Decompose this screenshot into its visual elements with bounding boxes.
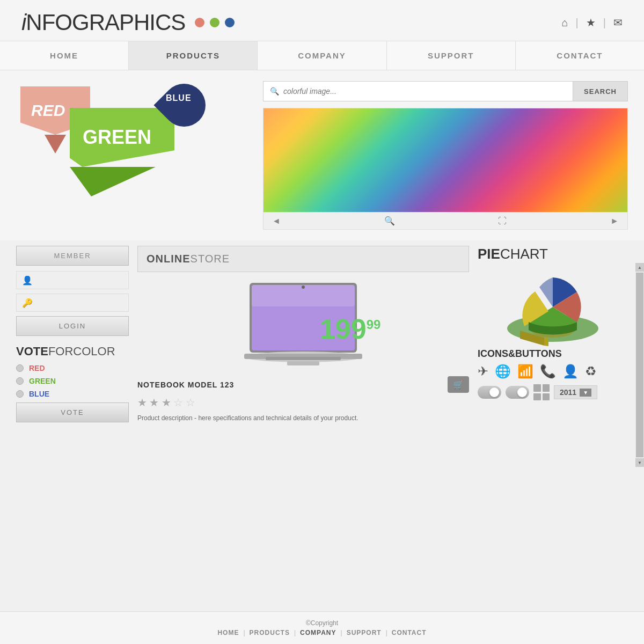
banners-area: RED GREEN BLUE xyxy=(16,81,252,221)
chart-word: CHART xyxy=(500,246,548,262)
member-button[interactable]: MEMBER xyxy=(16,246,129,266)
navigation: HOME PRODUCTS COMPANY SUPPORT CONTACT xyxy=(0,41,644,70)
blue-banner-label: BLUE xyxy=(166,93,192,103)
nav-item-support[interactable]: SUPPORT xyxy=(387,41,516,70)
scroll-down-button[interactable]: ▼ xyxy=(635,458,644,467)
person-icon: 👤 xyxy=(562,364,579,379)
grid-cell-3 xyxy=(533,393,541,401)
footer-company[interactable]: COMPANY xyxy=(300,629,336,636)
year-value: 2011 xyxy=(560,388,576,397)
footer-home[interactable]: HOME xyxy=(217,629,239,636)
grid-cell-4 xyxy=(543,393,550,401)
red-dot xyxy=(195,18,204,27)
blue-teardrop xyxy=(153,75,214,135)
pie-title: PIECHART xyxy=(478,246,628,262)
product-description: Product description - here specification… xyxy=(137,413,469,423)
footer-nav: HOME | PRODUCTS | COMPANY | SUPPORT | CO… xyxy=(8,629,636,636)
search-input-wrap: 🔍 xyxy=(263,81,573,101)
svg-rect-6 xyxy=(266,357,341,360)
nav-item-contact[interactable]: CONTACT xyxy=(516,41,644,70)
grid-view-button[interactable] xyxy=(533,384,550,400)
vote-option-green[interactable]: GREEN xyxy=(16,377,129,385)
grid-cell-1 xyxy=(533,384,541,392)
icons-row: ✈ 🌐 📶 📞 👤 ♻ xyxy=(478,364,628,379)
nav-item-home[interactable]: HOME xyxy=(0,41,129,70)
price-cents: 99 xyxy=(367,317,381,331)
wifi-icon: 📶 xyxy=(517,364,533,379)
star-1: ★ xyxy=(137,397,147,408)
toggle-button-1[interactable] xyxy=(478,386,501,399)
buttons-row: 2011 ▼ xyxy=(478,384,628,400)
login-button[interactable]: LOGIN xyxy=(16,316,129,336)
vote-button[interactable]: VOTE xyxy=(16,402,129,422)
main-area: RED GREEN BLUE 🔍 SEARCH xyxy=(0,70,644,240)
footer-sep-3: | xyxy=(341,629,342,636)
chart-section: PIECHART xyxy=(478,246,628,423)
star-rating: ★ ★ ★ ☆ ☆ xyxy=(137,396,469,409)
nav-item-company[interactable]: COMPANY xyxy=(258,41,386,70)
scrollbar: ▲ ▼ xyxy=(635,263,644,467)
radio-green[interactable] xyxy=(16,377,24,385)
copyright: ©Copyright xyxy=(8,619,636,627)
globe-icon: 🌐 xyxy=(495,364,511,379)
key-icon: 🔑 xyxy=(22,298,33,308)
pie-svg xyxy=(494,267,612,347)
user-icon: 👤 xyxy=(22,275,33,286)
green-banner-tail xyxy=(70,167,156,196)
search-button[interactable]: SEARCH xyxy=(573,81,628,101)
svg-rect-7 xyxy=(287,361,319,365)
zoom-icon[interactable]: 🔍 xyxy=(384,216,395,226)
vote-option-blue[interactable]: BLUE xyxy=(16,390,129,398)
vote-word: VOTE xyxy=(16,345,48,358)
footer-products[interactable]: PRODUCTS xyxy=(250,629,290,636)
pie-chart xyxy=(494,267,612,342)
header-left: iNFOGRAPHICS xyxy=(21,10,235,35)
next-icon[interactable]: ► xyxy=(610,216,619,226)
blue-dot xyxy=(225,18,235,27)
footer-contact[interactable]: CONTACT xyxy=(392,629,427,636)
store-section: ONLINESTORE 19999 xyxy=(137,246,469,423)
star-4: ☆ xyxy=(173,397,183,408)
scroll-up-button[interactable]: ▲ xyxy=(635,263,644,272)
password-field[interactable]: 🔑 xyxy=(16,294,129,312)
product-row: NOTEBOOK MODEL 123 🛒 xyxy=(137,376,469,393)
prev-icon[interactable]: ◄ xyxy=(272,216,281,226)
airplane-icon: ✈ xyxy=(478,364,488,379)
grid-cell-2 xyxy=(543,384,550,392)
blue-banner: BLUE xyxy=(158,84,209,137)
radio-blue[interactable] xyxy=(16,390,24,398)
search-input[interactable] xyxy=(283,87,566,96)
image-nav: ◄ 🔍 ⛶ ► xyxy=(263,213,628,230)
header-dots xyxy=(195,18,235,27)
pie-word: PIE xyxy=(478,246,500,262)
fullscreen-icon[interactable]: ⛶ xyxy=(498,216,507,226)
cart-button[interactable]: 🛒 xyxy=(448,376,469,393)
radio-red[interactable] xyxy=(16,364,24,372)
star-icon[interactable]: ★ xyxy=(586,16,596,29)
hero-image xyxy=(263,108,628,213)
home-icon[interactable]: ⌂ xyxy=(562,17,568,29)
member-section: MEMBER 👤 🔑 LOGIN VOTEFORCOLOR RED GREEN … xyxy=(16,246,129,423)
mail-icon[interactable]: ✉ xyxy=(613,16,623,29)
vote-label-red: RED xyxy=(29,364,45,372)
year-arrow[interactable]: ▼ xyxy=(580,389,591,397)
footer-sep-1: | xyxy=(243,629,245,636)
right-section: 🔍 SEARCH ◄ 🔍 ⛶ ► xyxy=(263,81,628,230)
separator: | xyxy=(576,17,579,29)
nav-item-products[interactable]: PRODUCTS xyxy=(129,41,258,70)
recycle-icon: ♻ xyxy=(585,364,597,379)
separator: | xyxy=(603,17,606,29)
search-icon: 🔍 xyxy=(270,87,279,96)
toggle-button-2[interactable] xyxy=(506,386,529,399)
product-name: NOTEBOOK MODEL 123 xyxy=(137,380,234,389)
red-banner-tail xyxy=(45,135,66,153)
vote-option-red[interactable]: RED xyxy=(16,364,129,372)
phone-icon: 📞 xyxy=(540,364,556,379)
username-field[interactable]: 👤 xyxy=(16,271,129,289)
star-3: ★ xyxy=(162,397,171,408)
bottom-sections: MEMBER 👤 🔑 LOGIN VOTEFORCOLOR RED GREEN … xyxy=(0,240,644,428)
scroll-thumb[interactable] xyxy=(636,273,643,457)
vote-subtitle: FORCOLOR xyxy=(48,345,115,358)
svg-point-3 xyxy=(302,286,305,289)
footer-support[interactable]: SUPPORT xyxy=(347,629,382,636)
